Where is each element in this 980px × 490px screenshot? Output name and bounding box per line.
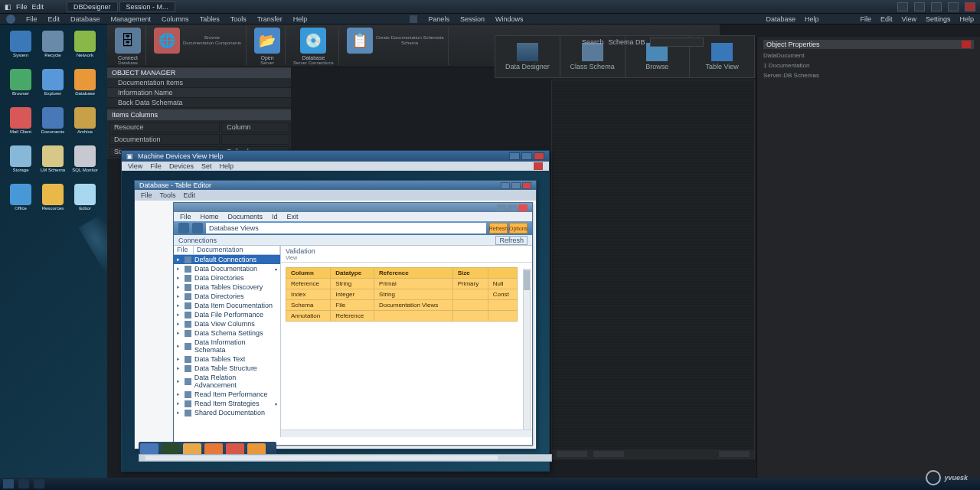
- tree-node[interactable]: Default Connections: [174, 255, 280, 264]
- titlebar-tab[interactable]: DBDesigner: [67, 2, 118, 12]
- desktop-icon[interactable]: Explorer: [38, 69, 67, 106]
- vm-menu-item[interactable]: Devices: [169, 162, 194, 170]
- vm-menu-item[interactable]: File: [150, 162, 162, 170]
- close-icon[interactable]: [962, 41, 971, 48]
- desktop-icon[interactable]: System: [6, 31, 35, 67]
- vm-menu-item[interactable]: Help: [219, 162, 234, 170]
- menu-windows[interactable]: Windows: [495, 15, 524, 23]
- grid-cell[interactable]: String: [331, 279, 374, 289]
- scroll-thumb[interactable]: [524, 270, 530, 290]
- db-icon[interactable]: 💿: [300, 28, 326, 54]
- search-input[interactable]: [650, 38, 704, 47]
- desktop-icon[interactable]: Storage: [6, 145, 35, 182]
- ex-close-button[interactable]: [522, 182, 531, 189]
- start-button[interactable]: [3, 479, 14, 488]
- orb-icon[interactable]: [6, 15, 15, 24]
- desktop-icon[interactable]: Documents: [38, 107, 67, 144]
- tree-node[interactable]: Read Item Strategies: [174, 399, 280, 408]
- menu-transfer[interactable]: Transfer: [257, 15, 283, 23]
- grid-cell[interactable]: Reference: [286, 279, 331, 289]
- db-min-button[interactable]: [497, 204, 506, 211]
- info-row[interactable]: Documentation Items: [107, 78, 291, 88]
- db-tree[interactable]: FileDocumentation Default ConnectionsDat…: [174, 246, 281, 437]
- db-titlebar[interactable]: [174, 203, 532, 212]
- grid-cell[interactable]: Const: [488, 289, 518, 300]
- menu-help[interactable]: Help: [293, 15, 308, 23]
- desktop-icon[interactable]: Database: [70, 69, 100, 106]
- vm-max-button[interactable]: [521, 152, 532, 160]
- menu-file[interactable]: File: [26, 15, 38, 23]
- grid-cell[interactable]: String: [374, 289, 453, 300]
- ex-tool[interactable]: Tools: [160, 191, 176, 199]
- tree-node[interactable]: Data Tables Discovery: [174, 283, 280, 292]
- close-button[interactable]: [965, 2, 975, 11]
- grid-header[interactable]: Size: [452, 268, 488, 279]
- tree-node[interactable]: Data View Columns: [174, 319, 280, 328]
- menu-database[interactable]: Database: [70, 15, 100, 23]
- maximize-button[interactable]: [914, 2, 925, 11]
- grid-cell[interactable]: Null: [488, 279, 518, 289]
- tree-node[interactable]: Data Information Schemata: [174, 338, 280, 354]
- grid-header[interactable]: Reference: [374, 268, 453, 279]
- scrollbar[interactable]: [523, 269, 531, 436]
- toolbar-icon[interactable]: [410, 15, 417, 23]
- quicklaunch-icon[interactable]: [18, 479, 29, 488]
- tree-node[interactable]: Data Table Structure: [174, 364, 280, 373]
- grid-cell[interactable]: [452, 300, 488, 311]
- grid-cell[interactable]: [452, 289, 488, 300]
- grid-cell[interactable]: [374, 311, 453, 322]
- menu-r-help[interactable]: Help: [805, 15, 819, 23]
- address-path[interactable]: Database Views: [206, 223, 486, 234]
- tree-node[interactable]: Data Directories: [174, 292, 280, 301]
- tree-node[interactable]: Data Item Documentation: [174, 301, 280, 310]
- menu-columns[interactable]: Columns: [162, 15, 189, 23]
- menu-session[interactable]: Session: [460, 15, 485, 23]
- vm-menu-item[interactable]: Set: [201, 162, 212, 170]
- grid-cell[interactable]: Annotation: [286, 311, 331, 322]
- tree-node[interactable]: Data Tables Text: [174, 354, 280, 364]
- desktop-icon[interactable]: Archive: [70, 107, 100, 144]
- info-row[interactable]: Back Data Schemata: [107, 98, 291, 108]
- desktop-icon[interactable]: Office: [6, 184, 35, 220]
- back-button[interactable]: [178, 223, 189, 234]
- options-button[interactable]: Options: [509, 223, 528, 234]
- grid-cell[interactable]: Index: [286, 289, 331, 300]
- titlebar-tab[interactable]: Session - M...: [119, 2, 175, 12]
- menu2-view[interactable]: View: [902, 15, 916, 23]
- grid-cell[interactable]: Reference: [331, 311, 374, 322]
- grid-cell[interactable]: [452, 311, 488, 322]
- info-row[interactable]: Information Name: [107, 88, 291, 98]
- connect-icon[interactable]: 🗄: [115, 28, 141, 54]
- tree-node[interactable]: Read Item Performance: [174, 390, 280, 399]
- menu2-edit[interactable]: Edit: [880, 15, 893, 23]
- menu-tools[interactable]: Tools: [230, 15, 247, 23]
- grid-row[interactable]: AnnotationReference: [286, 311, 518, 322]
- browse-icon[interactable]: 🌐: [154, 28, 180, 54]
- desktop-icon[interactable]: Browser: [6, 69, 35, 106]
- help-button[interactable]: [948, 2, 959, 11]
- fwd-button[interactable]: [192, 223, 203, 234]
- grid-cell[interactable]: Documentation Views: [374, 300, 453, 311]
- desktop-icon[interactable]: Network: [70, 31, 100, 67]
- grid-cell[interactable]: Primary: [452, 279, 488, 289]
- grid-table[interactable]: ColumnDatatypeReferenceSizeReferenceStri…: [286, 267, 518, 322]
- ex-min-button[interactable]: [501, 182, 510, 189]
- grid-header[interactable]: [488, 268, 518, 279]
- vm-min-button[interactable]: [509, 152, 520, 160]
- desktop-icon[interactable]: Recycle: [38, 31, 67, 67]
- minimize-button[interactable]: [897, 2, 908, 11]
- grid-cell[interactable]: [488, 300, 518, 311]
- menu-r-search[interactable]: Database: [766, 15, 796, 23]
- menu2-file[interactable]: File: [861, 15, 872, 23]
- tree-node[interactable]: Data Directories: [174, 273, 280, 283]
- grid-row[interactable]: ReferenceStringPrimalPrimaryNull: [286, 279, 518, 289]
- open-icon[interactable]: 📂: [254, 28, 280, 54]
- db-menu-item[interactable]: Id: [272, 213, 278, 220]
- tree-node[interactable]: Data Schema Settings: [174, 328, 280, 338]
- desktop-icon[interactable]: Editor: [70, 184, 100, 220]
- grid-cell[interactable]: File: [331, 300, 374, 311]
- menu-edit[interactable]: Edit: [48, 15, 60, 23]
- grid-header[interactable]: Column: [286, 268, 331, 279]
- vm-titlebar[interactable]: ▣ Machine Devices View Help: [122, 151, 549, 162]
- grid-cell[interactable]: Schema: [286, 300, 331, 311]
